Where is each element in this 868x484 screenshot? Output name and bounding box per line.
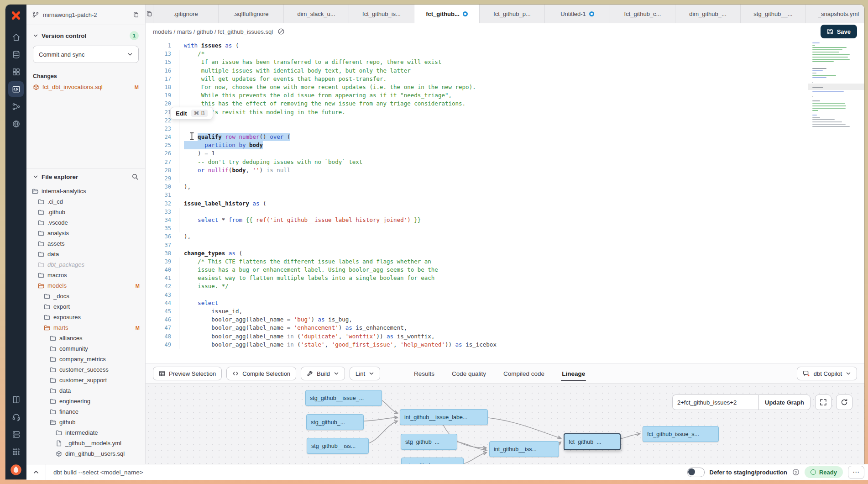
code-line-41[interactable]: 41 easiest way to flatten multiple label… xyxy=(146,274,813,282)
code-editor[interactable]: 1with issues as (13 /*15 If an issue has… xyxy=(146,40,864,363)
dbt-command-input[interactable]: dbt build --select <model_name> xyxy=(53,469,143,476)
status-badge[interactable]: Ready xyxy=(805,466,843,478)
editor-tab[interactable]: dim_slack_u... xyxy=(284,5,349,23)
code-line-40[interactable]: 40 issue has a bug or enhancement label.… xyxy=(146,266,813,274)
lineage-node[interactable]: stg_github_... xyxy=(401,434,457,450)
workspace-avatar[interactable] xyxy=(9,463,23,477)
refresh-button[interactable] xyxy=(836,395,852,410)
more-options-button[interactable]: ⋯ xyxy=(848,466,864,479)
editor-tab[interactable]: .gitignore xyxy=(153,5,219,23)
tree-item-dbt_packages[interactable]: dbt_packages xyxy=(26,259,145,270)
editor-tab[interactable]: stg_github__... xyxy=(741,5,806,23)
minimap-viewport[interactable] xyxy=(808,84,864,90)
file-explorer-header[interactable]: File explorer xyxy=(26,168,145,185)
code-line-45[interactable]: 45 issue_id, xyxy=(146,307,813,316)
editor-tab[interactable]: dim_github_... xyxy=(675,5,741,23)
code-line-38[interactable]: 38change_types as ( xyxy=(146,249,813,258)
dbt-logo-icon[interactable] xyxy=(9,8,23,23)
rail-item-develop[interactable] xyxy=(8,81,24,97)
preview-selection-button[interactable]: Preview Selection xyxy=(153,367,222,380)
tree-item-data[interactable]: data xyxy=(26,385,145,396)
rail-item-projects[interactable] xyxy=(8,47,24,62)
changed-file-row[interactable]: fct_dbt_invocations.sql M xyxy=(26,82,145,92)
code-line-46[interactable]: 46 boolor_agg(label_name = 'bug') as is_… xyxy=(146,316,813,324)
code-line-37[interactable]: 37 xyxy=(146,241,813,249)
lineage-node[interactable]: stg_github__iss... xyxy=(307,438,369,454)
code-line-35[interactable]: 35 xyxy=(146,224,813,232)
code-line-30[interactable]: 30), xyxy=(146,183,813,191)
code-line-22[interactable]: 22 xyxy=(146,116,813,125)
editor-tab[interactable]: fct_github_is... xyxy=(349,5,414,23)
collapse-panel-button[interactable] xyxy=(26,464,46,480)
rail-item-environments[interactable] xyxy=(8,64,24,79)
code-line-17[interactable]: 17 will get updates for events that happ… xyxy=(146,75,813,83)
minimap[interactable] xyxy=(808,40,864,363)
tree-item-customer_success[interactable]: customer_success xyxy=(26,364,145,375)
lineage-node[interactable]: stg_github_... xyxy=(306,414,364,430)
code-line-13[interactable]: 13 /* xyxy=(146,50,813,58)
tree-item-.github[interactable]: .github xyxy=(26,207,145,217)
tree-item-assets[interactable]: assets xyxy=(26,238,145,249)
fullscreen-button[interactable] xyxy=(815,395,831,410)
tab-lineage[interactable]: Lineage xyxy=(561,364,586,383)
lineage-node[interactable]: int_github__issue_labe... xyxy=(400,409,488,425)
code-line-34[interactable]: 34 select * from {{ ref('int_github__iss… xyxy=(146,216,813,224)
code-line-21[interactable]: 21 Let's revisit this modeling in the fu… xyxy=(146,108,813,116)
tree-item-models[interactable]: modelsM xyxy=(26,280,145,291)
code-line-33[interactable]: 33 xyxy=(146,208,813,216)
docs-compass-icon[interactable] xyxy=(277,28,285,35)
code-line-42[interactable]: 42 issue. */ xyxy=(146,282,813,290)
code-line-43[interactable]: 43 xyxy=(146,291,813,299)
code-line-18[interactable]: 18 For now, choose the one with more rec… xyxy=(146,83,813,91)
code-line-44[interactable]: 44 select xyxy=(146,299,813,307)
code-line-20[interactable]: 20 this has the effect of removing the n… xyxy=(146,100,813,108)
tab-list-icon[interactable] xyxy=(146,5,153,23)
editor-tab[interactable]: _snapshots.yml xyxy=(806,5,864,23)
code-line-24[interactable]: 24 qualify row_number() over ( xyxy=(146,133,813,141)
tree-item-dim_github__users.sql[interactable]: dim_github__users.sql xyxy=(26,448,145,459)
build-button[interactable]: Build xyxy=(301,367,345,380)
code-line-39[interactable]: 39 /* This CTE flattens the different is… xyxy=(146,258,813,266)
rail-item-orchestrate[interactable] xyxy=(8,99,24,114)
tab-code-quality[interactable]: Code quality xyxy=(451,364,487,383)
code-line-1[interactable]: 1with issues as ( xyxy=(146,42,813,50)
code-line-28[interactable]: 28 or nullif(body, '') is null xyxy=(146,166,813,174)
copy-icon[interactable] xyxy=(132,11,140,18)
rail-item-help[interactable] xyxy=(8,409,24,425)
tree-item-macros[interactable]: macros xyxy=(26,270,145,280)
tree-item-company_metrics[interactable]: company_metrics xyxy=(26,354,145,364)
code-line-19[interactable]: 19 While this prevents the old issue fro… xyxy=(146,91,813,100)
tree-item-finance[interactable]: finance xyxy=(26,406,145,417)
rail-item-home[interactable] xyxy=(8,29,24,45)
dbt-copilot-button[interactable]: dbt Copilot xyxy=(797,367,857,380)
code-line-27[interactable]: 27 -- don't try deduping issues with no … xyxy=(146,158,813,166)
tree-item-engineering[interactable]: engineering xyxy=(26,396,145,406)
code-line-16[interactable]: 16 multiple issues with identical body t… xyxy=(146,67,813,75)
editor-tab[interactable]: fct_github_c... xyxy=(610,5,675,23)
tree-item-alliances[interactable]: alliances xyxy=(26,333,145,343)
tree-item-.ci_cd[interactable]: .ci_cd xyxy=(26,196,145,207)
code-line-49[interactable]: 49 boolor_agg(label_name in ('stale', 'g… xyxy=(146,341,813,349)
help-question-icon[interactable] xyxy=(792,468,800,476)
tree-item-marts[interactable]: martsM xyxy=(26,322,145,333)
editor-tab[interactable]: Untitled-1 xyxy=(545,5,610,23)
code-line-29[interactable]: 29 xyxy=(146,174,813,183)
code-line-31[interactable]: 31 xyxy=(146,191,813,199)
version-control-header[interactable]: Version control 1 xyxy=(26,25,145,45)
editor-tab[interactable]: fct_github_p... xyxy=(480,5,545,23)
tree-item-exposures[interactable]: exposures xyxy=(26,312,145,322)
code-line-32[interactable]: 32issue_label_history as ( xyxy=(146,200,813,208)
rail-item-docs[interactable] xyxy=(8,392,24,407)
compile-selection-button[interactable]: Compile Selection xyxy=(226,367,296,380)
lineage-node[interactable]: int_github__iss... xyxy=(489,441,559,457)
tab-compiled-code[interactable]: Compiled code xyxy=(502,364,545,383)
tree-item-internal-analytics[interactable]: internal-analytics xyxy=(26,186,145,196)
tree-item-community[interactable]: community xyxy=(26,343,145,354)
tree-item-customer_support[interactable]: customer_support xyxy=(26,375,145,385)
editor-tab[interactable]: .sqlfluffignore xyxy=(219,5,284,23)
code-line-47[interactable]: 47 boolor_agg(label_name = 'enhancement'… xyxy=(146,324,813,332)
tree-item-github[interactable]: github xyxy=(26,417,145,427)
lineage-node[interactable]: stg_github__issue_... xyxy=(305,390,382,406)
tab-results[interactable]: Results xyxy=(413,364,435,383)
lint-button[interactable]: Lint xyxy=(350,367,380,380)
